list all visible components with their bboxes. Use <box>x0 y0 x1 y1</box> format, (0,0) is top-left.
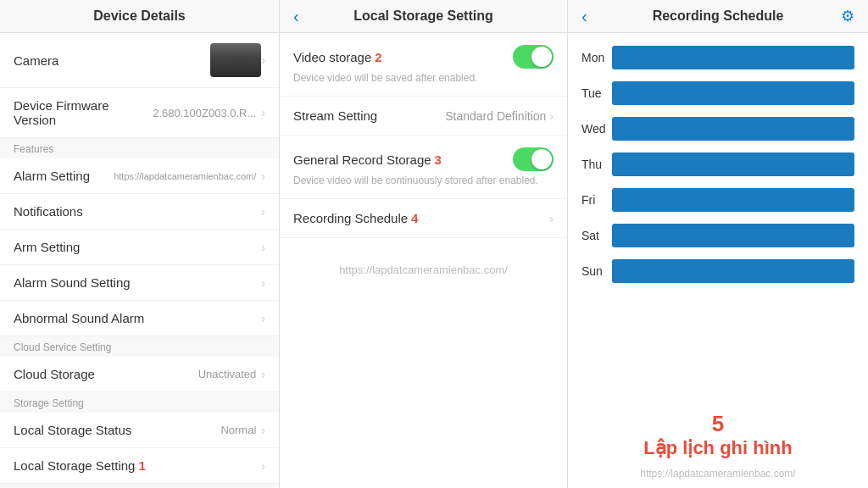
local-storage-setting-right: › <box>261 459 265 473</box>
cloud-service-section: Cloud Service Setting <box>0 336 279 357</box>
cloud-storage-right: Unactivated › <box>198 368 265 381</box>
video-storage-toggle[interactable] <box>513 45 554 69</box>
notifications-chevron: › <box>261 205 265 219</box>
panel1-title: Device Details <box>0 0 279 33</box>
stream-setting-value-area: Standard Definition › <box>445 109 554 123</box>
alarm-sound-item[interactable]: Alarm Sound Setting › <box>0 265 279 301</box>
day-sun: Sun <box>581 264 612 278</box>
arm-setting-right: › <box>261 241 265 254</box>
alarm-setting-value: https://lapdatcameramienbac.com/ <box>114 171 256 181</box>
video-storage-item: Video storage 2 Device video will be sav… <box>280 33 567 97</box>
device-details-list: Camera › Device Firmware Version 2.680.1… <box>0 33 279 488</box>
stream-setting-item[interactable]: Stream Setting Standard Definition › <box>280 97 567 136</box>
local-storage-status-chevron: › <box>261 424 265 437</box>
local-storage-status-right: Normal › <box>220 424 265 437</box>
schedule-bar-sun[interactable] <box>612 259 854 283</box>
alarm-sound-chevron: › <box>261 276 265 290</box>
abnormal-sound-label: Abnormal Sound Alarm <box>14 311 144 325</box>
device-details-panel: Device Details Camera › Device Firmware … <box>0 0 280 488</box>
notifications-label: Notifications <box>14 204 83 219</box>
recording-schedule-panel: ‹ Recording Schedule ⚙ Mon Tue Wed Thu F… <box>568 0 868 488</box>
panel3-back-button[interactable]: ‹ <box>581 7 587 26</box>
local-storage-status-item[interactable]: Local Storage Status Normal › <box>0 413 279 448</box>
local-storage-setting-chevron: › <box>261 459 265 473</box>
general-record-item: General Record Storage 3 Device video wi… <box>280 136 567 199</box>
badge-4: 4 <box>411 211 418 225</box>
abnormal-sound-item[interactable]: Abnormal Sound Alarm › <box>0 301 279 336</box>
badge-1: 1 <box>138 458 145 473</box>
panel3-title: Recording Schedule <box>653 8 784 24</box>
schedule-bar-tue[interactable] <box>612 81 854 105</box>
day-fri: Fri <box>581 193 612 207</box>
schedule-bar-wed[interactable] <box>612 117 854 141</box>
annotation-number-text: 5 <box>712 411 724 436</box>
schedule-list: Mon Tue Wed Thu Fri Sat Sun <box>568 33 868 402</box>
panel3-header: ‹ Recording Schedule ⚙ <box>568 0 868 33</box>
alarm-sound-right: › <box>261 276 265 290</box>
arm-setting-label: Arm Setting <box>14 240 80 254</box>
video-storage-row: Video storage 2 <box>293 45 554 69</box>
stream-setting-chevron: › <box>549 109 554 123</box>
cloud-storage-value: Unactivated <box>198 368 257 380</box>
stream-setting-label: Stream Setting <box>293 108 377 123</box>
abnormal-sound-chevron: › <box>261 312 265 325</box>
panel2-watermark: https://lapdatcameramienbac.com/ <box>280 238 567 302</box>
video-storage-label: Video storage <box>293 50 371 64</box>
firmware-item[interactable]: Device Firmware Version 2.680.100Z003.0.… <box>0 88 279 138</box>
notifications-right: › <box>261 205 265 219</box>
panel3-watermark-text: https://lapdatcameramienbac.com/ <box>640 468 795 480</box>
camera-image <box>210 43 261 77</box>
schedule-row-sun: Sun <box>568 253 868 289</box>
panel3-watermark: https://lapdatcameramienbac.com/ <box>568 463 868 488</box>
arm-setting-item[interactable]: Arm Setting › <box>0 230 279 265</box>
schedule-bar-thu[interactable] <box>612 152 854 176</box>
alarm-setting-right: https://lapdatcameramienbac.com/ › <box>114 169 265 183</box>
schedule-row-thu: Thu <box>568 147 868 182</box>
schedule-row-mon: Mon <box>568 40 868 75</box>
annotation-text-area: Lập lịch ghi hình <box>581 437 854 459</box>
badge-3: 3 <box>435 152 442 167</box>
schedule-bar-fri[interactable] <box>612 188 854 212</box>
storage-settings-list: Video storage 2 Device video will be sav… <box>280 33 567 488</box>
panel2-header: ‹ Local Storage Setting <box>280 0 567 33</box>
camera-item[interactable]: Camera › <box>0 33 279 88</box>
local-storage-setting-item[interactable]: Local Storage Setting 1 › <box>0 448 279 484</box>
day-tue: Tue <box>581 86 612 100</box>
gear-icon[interactable]: ⚙ <box>841 7 854 25</box>
alarm-setting-item[interactable]: Alarm Setting https://lapdatcameramienba… <box>0 158 279 194</box>
storage-setting-section: Storage Setting <box>0 392 279 413</box>
schedule-bar-sat[interactable] <box>612 224 854 247</box>
general-record-toggle[interactable] <box>513 147 554 171</box>
recording-schedule-chevron: › <box>549 212 554 225</box>
notifications-item[interactable]: Notifications › <box>0 194 279 230</box>
schedule-bar-mon[interactable] <box>612 46 854 69</box>
general-record-label-area: General Record Storage 3 <box>293 152 442 167</box>
cloud-storage-item[interactable]: Cloud Storage Unactivated › <box>0 357 279 392</box>
schedule-row-sat: Sat <box>568 218 868 253</box>
alarm-sound-label: Alarm Sound Setting <box>14 275 131 290</box>
firmware-chevron: › <box>261 106 265 119</box>
panel2-back-button[interactable]: ‹ <box>293 7 299 26</box>
general-record-label: General Record Storage <box>293 152 431 167</box>
alarm-setting-label: Alarm Setting <box>14 169 90 183</box>
recording-schedule-item[interactable]: Recording Schedule 4 › <box>280 199 567 238</box>
schedule-row-wed: Wed <box>568 111 868 147</box>
camera-chevron: › <box>261 53 265 67</box>
alarm-setting-chevron: › <box>261 169 265 183</box>
recording-schedule-label: Recording Schedule <box>293 211 408 225</box>
firmware-right: 2.680.100Z003.0.R... › <box>153 106 265 119</box>
schedule-row-tue: Tue <box>568 75 868 111</box>
camera-label: Camera <box>14 53 58 68</box>
annotation-text: Lập lịch ghi hình <box>643 437 792 458</box>
cloud-storage-label: Cloud Storage <box>14 367 95 381</box>
general-record-desc: Device video will be continuously stored… <box>293 175 554 186</box>
panel1-title-text: Device Details <box>93 8 186 23</box>
day-thu: Thu <box>581 158 612 171</box>
firmware-label: Device Firmware Version <box>14 98 153 127</box>
arm-setting-chevron: › <box>261 241 265 254</box>
local-storage-setting-label: Local Storage Setting <box>14 458 135 473</box>
general-record-row: General Record Storage 3 <box>293 147 554 171</box>
abnormal-sound-right: › <box>261 312 265 325</box>
video-storage-desc: Device video will be saved after enabled… <box>293 72 554 84</box>
day-mon: Mon <box>581 51 612 64</box>
